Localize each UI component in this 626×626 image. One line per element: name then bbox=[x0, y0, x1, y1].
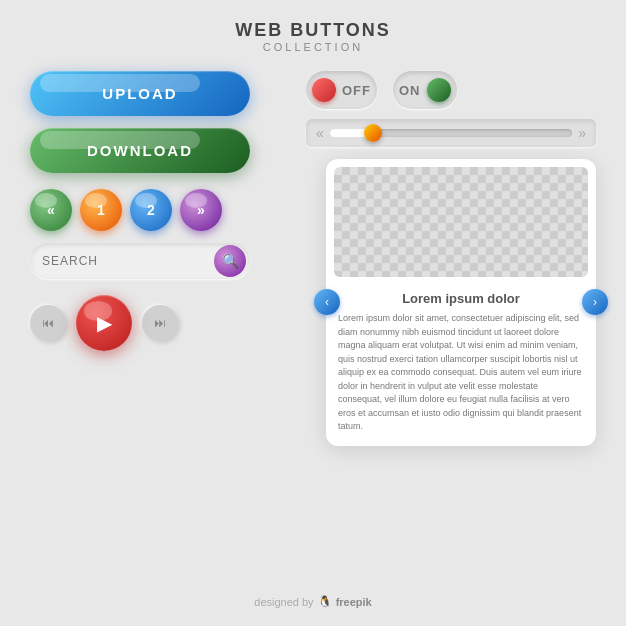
page-subtitle: COLLECTION bbox=[235, 41, 391, 53]
search-bar: 🔍 bbox=[30, 243, 250, 279]
toggle-off-label: OFF bbox=[342, 83, 371, 98]
play-icon: ▶ bbox=[97, 311, 112, 335]
double-left-arrow-icon: « bbox=[47, 202, 55, 218]
slider-track[interactable] bbox=[330, 129, 572, 137]
left-column: UPLOAD DOWNLOAD « 1 2 » bbox=[30, 71, 286, 446]
double-right-arrow-icon: » bbox=[197, 202, 205, 218]
page-1-button[interactable]: 1 bbox=[80, 189, 122, 231]
fast-forward-icon: ⏭ bbox=[154, 316, 166, 330]
next-next-button[interactable]: » bbox=[180, 189, 222, 231]
slider-right-arrow-icon[interactable]: » bbox=[578, 125, 586, 141]
card-next-button[interactable]: › bbox=[582, 289, 608, 315]
right-column: OFF ON « » bbox=[306, 71, 596, 446]
toggle-off-indicator bbox=[312, 78, 336, 102]
rewind-icon: ⏮ bbox=[42, 316, 54, 330]
toggle-off-switch[interactable]: OFF bbox=[306, 71, 377, 109]
freepik-icon: 🐧 bbox=[318, 595, 332, 608]
designed-by-label: designed by bbox=[254, 596, 313, 608]
prev-prev-button[interactable]: « bbox=[30, 189, 72, 231]
card-title: Lorem ipsum dolor bbox=[338, 291, 584, 306]
fast-forward-button[interactable]: ⏭ bbox=[142, 305, 178, 341]
header: WEB BUTTONS COLLECTION bbox=[235, 20, 391, 53]
download-button[interactable]: DOWNLOAD bbox=[30, 128, 250, 173]
toggle-row: OFF ON bbox=[306, 71, 596, 109]
page-2-label: 2 bbox=[147, 202, 155, 218]
card-left-arrow-icon: ‹ bbox=[325, 295, 329, 309]
search-input[interactable] bbox=[42, 254, 214, 268]
pagination-row: « 1 2 » bbox=[30, 189, 286, 231]
brand-label: freepik bbox=[336, 596, 372, 608]
card-widget: Lorem ipsum dolor Lorem ipsum dolor sit … bbox=[326, 159, 596, 446]
page-wrapper: WEB BUTTONS COLLECTION UPLOAD DOWNLOAD «… bbox=[0, 0, 626, 626]
right-top: OFF ON « » bbox=[306, 71, 596, 147]
rewind-button[interactable]: ⏮ bbox=[30, 305, 66, 341]
card-right-arrow-icon: › bbox=[593, 295, 597, 309]
page-2-button[interactable]: 2 bbox=[130, 189, 172, 231]
play-button[interactable]: ▶ bbox=[76, 295, 132, 351]
upload-button[interactable]: UPLOAD bbox=[30, 71, 250, 116]
card-outer: Lorem ipsum dolor Lorem ipsum dolor sit … bbox=[326, 159, 596, 446]
toggle-on-indicator bbox=[427, 78, 451, 102]
media-player: ⏮ ▶ ⏭ bbox=[30, 295, 286, 351]
page-title: WEB BUTTONS bbox=[235, 20, 391, 41]
main-content: UPLOAD DOWNLOAD « 1 2 » bbox=[30, 71, 596, 446]
search-button[interactable]: 🔍 bbox=[214, 245, 246, 277]
card-image bbox=[334, 167, 588, 277]
toggle-on-switch[interactable]: ON bbox=[393, 71, 457, 109]
card-text-content: Lorem ipsum dolor sit amet, consectetuer… bbox=[338, 313, 582, 431]
card-text: Lorem ipsum dolor sit amet, consectetuer… bbox=[338, 312, 584, 434]
toggle-on-label: ON bbox=[399, 83, 421, 98]
slider-container: « » bbox=[306, 119, 596, 147]
slider-thumb[interactable] bbox=[364, 124, 382, 142]
page-1-label: 1 bbox=[97, 202, 105, 218]
card-prev-button[interactable]: ‹ bbox=[314, 289, 340, 315]
slider-left-arrow-icon[interactable]: « bbox=[316, 125, 324, 141]
search-icon: 🔍 bbox=[222, 253, 239, 269]
card-body: Lorem ipsum dolor Lorem ipsum dolor sit … bbox=[326, 285, 596, 446]
footer: designed by 🐧 freepik bbox=[254, 595, 371, 616]
